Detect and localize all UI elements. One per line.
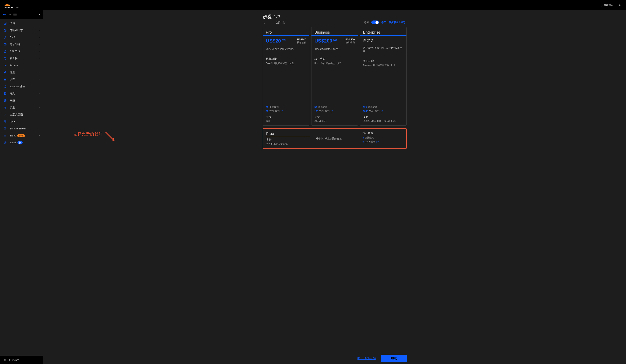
- sidebar-item-label: Apps: [10, 120, 40, 123]
- sidebar-nav: 概述分析和日志▼DNS▼电子邮件▼SSL/TLS▼安全性▼Access速度▼缓存…: [0, 19, 43, 356]
- sidebar-item-dns[interactable]: DNS▼: [0, 34, 43, 41]
- sidebar-item-web3[interactable]: Web3 新: [0, 139, 43, 146]
- page-rules-line: 125页面规则: [363, 106, 403, 109]
- chevron-down-icon: ▼: [38, 50, 40, 52]
- zaraz-icon: [3, 134, 7, 137]
- sidebar-item-email[interactable]: 电子邮件▼: [0, 41, 43, 48]
- svg-point-15: [5, 94, 5, 95]
- which-plan-link[interactable]: 哪个计划适合您?: [357, 357, 376, 360]
- plan-card-free[interactable]: Free 支持 社区和开发人员文档。 适合个人或业余爱好项目。 核心功能 3页面…: [263, 128, 407, 149]
- plan-card-business[interactable]: Business US$200 按月 US$2,400 按年收费 适合在线运营的…: [311, 27, 358, 126]
- plus-circle-icon: [600, 4, 602, 6]
- svg-rect-22: [4, 122, 5, 123]
- continue-button[interactable]: 继续: [381, 355, 407, 362]
- plan-name: Business: [314, 30, 355, 35]
- sidebar-item-label: 电子邮件: [10, 43, 36, 46]
- sidebar-item-shield[interactable]: 安全性▼: [0, 55, 43, 62]
- page-rules-line: 50页面规则: [314, 106, 355, 109]
- support-detail: 聊天及票证。: [314, 120, 355, 123]
- waf-rules-line: 5WAF 规则 i: [363, 140, 403, 143]
- network-icon: [3, 99, 7, 102]
- support-heading: 支持: [266, 115, 306, 119]
- plan-accent-bar: [360, 35, 406, 36]
- custom-icon: [3, 113, 7, 116]
- add-site-button[interactable]: 添加站点: [600, 3, 614, 7]
- sidebar-item-speed[interactable]: 速度▼: [0, 69, 43, 76]
- shield-icon: [3, 57, 7, 60]
- sidebar-item-zaraz[interactable]: Zaraz Beta▼: [0, 132, 43, 139]
- sidebar-item-label: 安全性: [10, 57, 36, 60]
- search-icon: [619, 4, 622, 7]
- svg-rect-21: [5, 120, 6, 121]
- sidebar-item-label: 速度: [10, 71, 36, 74]
- sidebar-item-overview[interactable]: 概述: [0, 20, 43, 27]
- plan-description: 适合属于业务核心的任务关键型应用程序。: [363, 46, 403, 52]
- info-icon[interactable]: i: [381, 110, 383, 112]
- chevron-down-icon: ▼: [38, 107, 40, 108]
- chevron-down-icon: ▼: [38, 78, 40, 80]
- billing-toggle-group: 每月 每年（最多节省 20%）: [364, 21, 407, 24]
- sidebar-item-access[interactable]: Access: [0, 62, 43, 69]
- plan-accent-bar: [312, 35, 358, 36]
- support-detail: 票证。: [266, 120, 306, 123]
- sidebar-item-cache[interactable]: 缓存▼: [0, 76, 43, 83]
- info-icon[interactable]: i: [331, 110, 333, 112]
- svg-rect-23: [5, 122, 6, 123]
- sidebar-item-analytics[interactable]: 分析和日志▼: [0, 27, 43, 34]
- collapse-sidebar-button[interactable]: 折叠边栏: [0, 356, 43, 364]
- chevron-down-icon: ▼: [38, 135, 40, 137]
- svg-point-5: [5, 36, 5, 37]
- site-switcher[interactable]: ▶: [0, 10, 43, 19]
- svg-point-14: [5, 93, 6, 94]
- cache-icon: [3, 78, 7, 81]
- sidebar-item-label: 分析和日志: [10, 29, 36, 32]
- sidebar-item-apps[interactable]: Apps: [0, 118, 43, 125]
- waf-rules-line: 100WAF 规则 i: [314, 109, 355, 113]
- plan-accent-bar: [266, 137, 310, 137]
- workers-icon: [3, 85, 7, 88]
- sidebar-item-workers[interactable]: Workers 路由: [0, 83, 43, 90]
- sidebar-item-lock[interactable]: SSL/TLS▼: [0, 48, 43, 55]
- billing-monthly-label[interactable]: 每月: [364, 21, 369, 24]
- main-content: 步骤 1/3 为 选择计划 每月 每年（最多节省 20%） Pro: [43, 10, 626, 364]
- plan-description: 适合在线运营的小型企业。: [314, 47, 355, 50]
- plan-custom-label: 自定义: [363, 38, 403, 43]
- sidebar-item-scrape[interactable]: Scrape Shield: [0, 125, 43, 132]
- billing-toggle[interactable]: [371, 21, 379, 24]
- sidebar-item-label: Workers 路由: [10, 85, 40, 88]
- core-features-sub: Pro 计划的所有权益，以及：: [314, 62, 355, 65]
- sidebar-item-label: DNS: [10, 36, 36, 39]
- billing-yearly-label[interactable]: 每年（最多节省 20%）: [381, 21, 407, 24]
- caret-right-icon[interactable]: ▶: [39, 14, 40, 15]
- svg-rect-20: [4, 120, 5, 121]
- sidebar: ▶ 概述分析和日志▼DNS▼电子邮件▼SSL/TLS▼安全性▼Access速度▼…: [0, 10, 43, 364]
- sidebar-item-network[interactable]: 网络: [0, 97, 43, 104]
- plan-name: Enterprise: [363, 30, 403, 35]
- annotation-callout: 选择免费的就好: [74, 125, 116, 143]
- email-icon: [3, 43, 7, 46]
- sidebar-item-label: Web3 新: [10, 141, 40, 145]
- waf-rules-line: 20WAF 规则 i: [266, 109, 306, 113]
- core-features-heading: 核心功能: [314, 57, 355, 61]
- sidebar-item-label: Scrape Shield: [10, 127, 40, 130]
- back-arrow-icon[interactable]: [3, 13, 7, 16]
- sidebar-item-custom[interactable]: 自定义页面: [0, 111, 43, 118]
- plan-description: 适合非业务关键型专业网站。: [266, 47, 306, 50]
- sidebar-item-rules[interactable]: 规则▼: [0, 90, 43, 97]
- cloudflare-logo[interactable]: CLOUDFLARE: [3, 2, 21, 8]
- info-icon[interactable]: i: [281, 110, 283, 112]
- plan-accent-bar: [263, 35, 309, 36]
- traffic-icon: [3, 106, 7, 109]
- chevron-down-icon: ▼: [38, 58, 40, 59]
- svg-rect-9: [4, 51, 6, 53]
- core-features-heading: 核心功能: [363, 59, 403, 63]
- sidebar-item-label: Access: [10, 64, 40, 67]
- info-icon[interactable]: i: [376, 141, 379, 143]
- support-heading: 支持: [363, 115, 403, 119]
- sidebar-item-traffic[interactable]: 流量▼: [0, 104, 43, 111]
- svg-point-13: [4, 92, 5, 93]
- chevron-down-icon: ▼: [38, 93, 40, 94]
- search-button[interactable]: [619, 4, 622, 7]
- plan-card-enterprise[interactable]: Enterprise 自定义 适合属于业务核心的任务关键型应用程序。 核心功能 …: [360, 27, 407, 126]
- plan-card-pro[interactable]: Pro US$20 按月 US$240 按年收费 适合非业务关键型专业网站。: [263, 27, 309, 126]
